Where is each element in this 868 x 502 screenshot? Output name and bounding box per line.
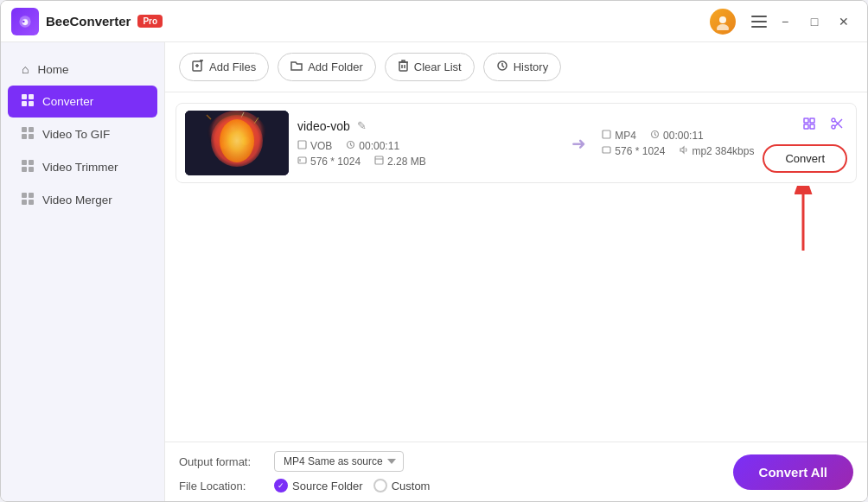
minimize-button[interactable]: − bbox=[772, 9, 798, 35]
app-title: BeeConverter bbox=[46, 14, 131, 29]
bottom-bar: Output format: MP4 Same as source File L… bbox=[165, 442, 867, 501]
add-files-button[interactable]: Add Files bbox=[179, 53, 269, 81]
maximize-button[interactable]: □ bbox=[801, 9, 827, 35]
source-format: VOB bbox=[297, 140, 332, 152]
svg-rect-16 bbox=[29, 167, 34, 172]
sidebar-item-video-trimmer[interactable]: Video Trimmer bbox=[8, 151, 157, 183]
source-duration: 00:00:11 bbox=[346, 140, 399, 152]
svg-rect-51 bbox=[810, 124, 814, 129]
format-icon bbox=[297, 140, 307, 151]
file-actions: Convert bbox=[763, 113, 847, 173]
svg-rect-43 bbox=[375, 156, 383, 164]
output-format-icon bbox=[602, 130, 611, 141]
add-folder-button[interactable]: Add Folder bbox=[278, 53, 376, 81]
video-trimmer-icon bbox=[22, 160, 34, 175]
source-duration-value: 00:00:11 bbox=[359, 140, 399, 152]
svg-point-34 bbox=[220, 142, 227, 149]
pro-badge: Pro bbox=[137, 15, 163, 28]
app-window: BeeConverter Pro − □ ✕ ⌂ Home Conv bbox=[0, 0, 868, 502]
svg-rect-45 bbox=[603, 130, 610, 138]
svg-rect-5 bbox=[22, 94, 27, 99]
history-label: History bbox=[514, 60, 548, 73]
history-button[interactable]: History bbox=[483, 53, 561, 81]
convert-all-button[interactable]: Convert All bbox=[733, 454, 853, 490]
bottom-left: Output format: MP4 Same as source File L… bbox=[179, 451, 716, 492]
content-area: Add Files Add Folder Clear List bbox=[165, 42, 867, 501]
sidebar-item-video-to-gif[interactable]: Video To GIF bbox=[8, 118, 157, 150]
file-meta-row: VOB 00:00:11 bbox=[297, 140, 556, 152]
output-format-row: Output format: MP4 Same as source bbox=[179, 451, 716, 472]
settings-icon[interactable] bbox=[799, 113, 820, 137]
video-merger-icon bbox=[22, 193, 34, 207]
clear-list-icon bbox=[398, 60, 409, 74]
menu-button[interactable] bbox=[746, 10, 772, 33]
sidebar-item-converter[interactable]: Converter bbox=[8, 86, 157, 118]
svg-rect-15 bbox=[22, 167, 27, 172]
svg-point-53 bbox=[832, 118, 835, 122]
user-avatar[interactable] bbox=[710, 9, 736, 35]
svg-rect-12 bbox=[29, 134, 34, 139]
svg-point-4 bbox=[717, 24, 729, 30]
output-format-label: Output format: bbox=[179, 455, 265, 468]
clear-list-label: Clear List bbox=[414, 60, 462, 73]
svg-rect-26 bbox=[399, 62, 407, 71]
custom-radio[interactable] bbox=[373, 479, 387, 492]
output-meta-row-1: MP4 00:00:11 bbox=[602, 130, 754, 142]
thumbnail-image bbox=[185, 111, 289, 175]
svg-point-2 bbox=[22, 20, 24, 22]
svg-point-33 bbox=[241, 137, 250, 145]
source-size-value: 2.28 MB bbox=[387, 156, 426, 168]
format-select[interactable]: MP4 Same as source bbox=[274, 451, 404, 472]
svg-rect-47 bbox=[603, 147, 610, 153]
svg-point-52 bbox=[832, 125, 835, 129]
svg-point-32 bbox=[226, 121, 239, 135]
edit-icon[interactable]: ✎ bbox=[357, 119, 367, 132]
convert-button[interactable]: Convert bbox=[763, 144, 847, 173]
custom-option[interactable]: Custom bbox=[373, 479, 431, 492]
svg-rect-6 bbox=[29, 94, 34, 99]
svg-rect-48 bbox=[804, 118, 808, 123]
main-layout: ⌂ Home Converter Video To GIF Video Tri bbox=[1, 42, 867, 501]
source-folder-radio[interactable] bbox=[274, 479, 288, 492]
app-logo bbox=[11, 8, 39, 35]
converter-icon bbox=[22, 94, 34, 109]
source-format-value: VOB bbox=[310, 140, 332, 152]
output-format-value: MP4 bbox=[615, 130, 636, 142]
source-folder-option[interactable]: Source Folder bbox=[274, 479, 363, 492]
svg-rect-41 bbox=[298, 157, 306, 163]
output-resolution-icon bbox=[602, 145, 611, 156]
add-files-label: Add Files bbox=[209, 60, 256, 73]
resolution-icon bbox=[297, 156, 307, 167]
svg-rect-20 bbox=[29, 200, 34, 205]
toolbar: Add Files Add Folder Clear List bbox=[165, 42, 867, 92]
output-duration-icon bbox=[650, 130, 660, 141]
close-button[interactable]: ✕ bbox=[831, 9, 857, 35]
source-folder-label: Source Folder bbox=[292, 480, 363, 492]
cut-icon[interactable] bbox=[827, 113, 847, 137]
file-name-row: video-vob ✎ bbox=[297, 119, 556, 133]
action-icons-row bbox=[799, 113, 847, 137]
annotation-arrow bbox=[786, 186, 820, 255]
output-duration-value: 00:00:11 bbox=[663, 130, 704, 142]
svg-rect-7 bbox=[22, 101, 27, 106]
sidebar-label-converter: Converter bbox=[42, 95, 93, 108]
custom-label: Custom bbox=[392, 480, 431, 492]
radio-group: Source Folder Custom bbox=[274, 479, 430, 492]
svg-rect-17 bbox=[22, 193, 27, 198]
sidebar-item-home[interactable]: ⌂ Home bbox=[8, 54, 157, 85]
svg-rect-13 bbox=[22, 160, 27, 165]
svg-rect-19 bbox=[22, 200, 27, 205]
output-audio-icon bbox=[679, 145, 688, 156]
convert-arrow: ➜ bbox=[565, 133, 593, 154]
source-resolution-value: 576 * 1024 bbox=[310, 156, 361, 168]
duration-icon bbox=[346, 140, 355, 151]
file-location-label: File Location: bbox=[179, 480, 265, 492]
sidebar-item-video-merger[interactable]: Video Merger bbox=[8, 184, 157, 216]
svg-rect-18 bbox=[29, 193, 34, 198]
svg-point-3 bbox=[719, 16, 726, 23]
clear-list-button[interactable]: Clear List bbox=[385, 53, 475, 81]
window-controls: − □ ✕ bbox=[772, 9, 857, 35]
svg-rect-50 bbox=[810, 118, 814, 123]
output-info: MP4 00:00:11 bbox=[602, 130, 754, 157]
svg-rect-49 bbox=[804, 124, 808, 129]
